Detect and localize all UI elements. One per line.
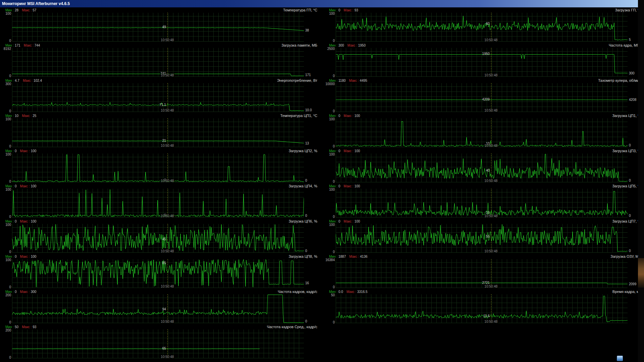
- y-axis-labels: 81920: [3, 48, 12, 77]
- cursor-timestamp: 10:50:48: [484, 144, 498, 147]
- y-axis-min-label: 0: [9, 250, 11, 254]
- graph-panel-header: Мин :171Макс :744Загрузка памяти, МБ: [3, 43, 319, 48]
- y-axis-max-label: 100: [5, 258, 11, 262]
- plot-area: 4910:50:48: [12, 13, 304, 42]
- min-value: 4.7: [15, 79, 19, 82]
- trace-line: [336, 83, 628, 112]
- min-max-readout: Мин :4.7Макс :102.4: [5, 79, 42, 82]
- graph-panel-header: Мин :10Макс :25Температура ЦП1, °C: [3, 113, 319, 118]
- min-max-readout: Мин :0Макс :100: [5, 255, 36, 258]
- min-value: 0: [15, 149, 17, 153]
- y-axis-labels: 500: [327, 294, 336, 323]
- graph-panel-header: Мин :1180Макс :4495Тахометр кулера, об/м…: [327, 78, 642, 83]
- y-axis-min-label: 0: [9, 74, 11, 78]
- graph-title: Энергопотребление, Вт: [277, 78, 317, 82]
- current-value-label: 0: [305, 249, 307, 253]
- current-value-gutter: [304, 329, 319, 358]
- taskbar-peek-icon[interactable]: [617, 356, 623, 361]
- min-max-readout: Мин :0.0Макс :3316.5: [329, 290, 368, 294]
- max-value: 744: [35, 44, 40, 47]
- current-value-gutter: 0: [304, 224, 319, 253]
- graph-panel-cpu7-usage: Мин :0Макс :100Загрузка ЦП7, %10005510:5…: [327, 219, 642, 254]
- graph-title: Температура ЦП1, °C: [280, 114, 317, 118]
- y-axis-labels: 1000: [3, 13, 12, 42]
- max-value: 1950: [358, 44, 366, 47]
- cursor-line: [167, 83, 168, 112]
- min-max-readout: Мин :0Макс :100: [329, 114, 360, 118]
- graph-title: Загрузка ЦП1, %: [612, 114, 641, 118]
- max-value: 25: [33, 114, 36, 118]
- cursor-timestamp: 10:50:48: [160, 144, 174, 147]
- min-value: 0: [15, 184, 17, 188]
- cursor-timestamp: 10:50:48: [160, 38, 174, 42]
- graph-panel-body: 8192074110:50:48171: [3, 48, 319, 77]
- y-axis-max-label: 10000: [325, 82, 335, 86]
- min-label: Мин :: [329, 8, 337, 12]
- graph-panel-header: Мин :0Макс :300Частота кадров, кадр/с: [3, 289, 319, 294]
- min-max-readout: Мин :10Макс :25: [5, 114, 36, 118]
- min-max-readout: Мин :0Макс :100: [329, 220, 360, 223]
- max-label: Макс :: [22, 8, 32, 12]
- y-axis-max-label: 100: [5, 188, 11, 191]
- max-label: Макс :: [24, 44, 34, 47]
- min-max-readout: Мин :0Макс :300: [5, 290, 36, 294]
- y-axis-labels: 25000: [327, 48, 336, 77]
- trace-line: [12, 154, 304, 182]
- max-value: 4495: [360, 79, 367, 82]
- cursor-line: [491, 154, 491, 182]
- current-value-gutter: 16: [304, 259, 319, 288]
- y-axis-max-label: 16384: [325, 258, 335, 262]
- y-axis-max-label: 2500: [327, 47, 335, 51]
- max-value: 100: [355, 220, 360, 223]
- trace-line: [336, 224, 628, 253]
- min-label: Мин :: [329, 255, 337, 258]
- cursor-line: [167, 329, 168, 358]
- plot-area: 2110:50:48: [12, 118, 304, 147]
- trace-line: [336, 294, 628, 323]
- graph-panel-body: 20009410:50:480: [3, 294, 319, 323]
- max-value: 100: [31, 255, 37, 258]
- monitoring-column-left: Мин :28Макс :57Температура ГП, °C1000491…: [3, 7, 319, 359]
- plot-area: 010:50:48: [12, 154, 304, 182]
- trace-line: [12, 13, 304, 42]
- max-value: 57: [33, 8, 36, 12]
- graph-title: Загрузка памяти, МБ: [281, 43, 317, 47]
- graph-panel-header: Мин :4.7Макс :102.4Энергопотребление, Вт: [3, 78, 319, 83]
- min-value: 10: [15, 114, 18, 118]
- graph-panel-body: 1000010:50:480: [3, 154, 319, 182]
- y-axis-max-label: 300: [5, 82, 11, 86]
- graph-panel-header: Мин :0Макс :100Загрузка ЦП1, %: [327, 113, 642, 118]
- plot-area: 195010:50:48: [336, 48, 628, 77]
- current-value-label: 38: [305, 29, 309, 32]
- graph-panel-body: 163840272110:50:482099: [327, 259, 642, 288]
- cursor-timestamp: 10:50:48: [484, 179, 498, 182]
- min-label: Мин :: [329, 44, 337, 47]
- plot-area: 5510:50:48: [336, 224, 628, 253]
- plot-area: 420910:50:48: [336, 83, 628, 112]
- graph-panel-header: Мин :0Макс :93Загрузка ГП, %: [327, 7, 642, 13]
- min-value: 0: [338, 8, 340, 12]
- graph-panel-body: 10004010:50:480: [327, 154, 642, 182]
- window-titlebar[interactable]: Мониторинг MSI Afterburner v4.6.5: [0, 0, 638, 7]
- graph-panel-header: Мин :300Макс :1950Частота ядра, МГц: [327, 43, 642, 48]
- graph-panel-body: 10006010:50:485: [327, 13, 642, 42]
- current-value-gutter: 0: [304, 294, 319, 323]
- graph-panel-header: Мин :0Макс :100Загрузка ЦП6, %: [3, 219, 319, 224]
- min-max-readout: Мин :1887Макс :4136: [329, 255, 368, 258]
- current-value-label: 0: [305, 320, 307, 323]
- desktop-screen: Мониторинг MSI Afterburner v4.6.5 Мин :2…: [0, 0, 644, 362]
- graph-panel-cpu1-usage: Мин :0Макс :100Загрузка ЦП1, %10001010:5…: [327, 113, 642, 148]
- graph-panel-frametime: Мин :0.0Макс :3316.5Время кадра, мс50011…: [327, 289, 642, 324]
- cursor-timestamp: 10:50:48: [484, 73, 498, 77]
- max-label: Макс :: [20, 255, 30, 258]
- min-label: Мин :: [329, 220, 337, 223]
- graph-panel-cpu3-usage: Мин :0Макс :100Загрузка ЦП3, %10004010:5…: [327, 148, 642, 183]
- max-label: Макс :: [344, 220, 354, 223]
- trace-line: [336, 154, 628, 182]
- plot-area: 272110:50:48: [336, 259, 628, 288]
- cursor-timestamp: 10:50:48: [484, 249, 498, 253]
- max-label: Макс :: [22, 325, 32, 329]
- graph-panel-fan-tachometer: Мин :1180Макс :4495Тахометр кулера, об/м…: [327, 78, 642, 113]
- max-label: Макс :: [344, 149, 354, 153]
- y-axis-labels: 1000: [327, 154, 336, 182]
